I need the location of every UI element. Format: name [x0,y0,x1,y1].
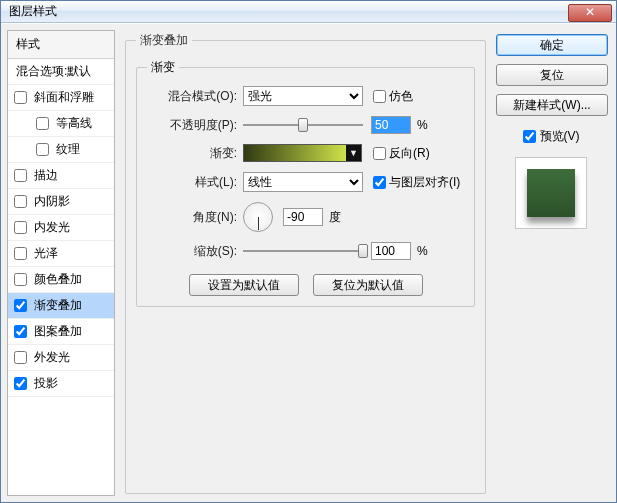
align-checkbox[interactable]: 与图层对齐(I) [373,174,460,191]
group-title: 渐变叠加 [136,32,192,49]
sidebar-header: 样式 [8,31,114,59]
gradient-overlay-group: 渐变叠加 渐变 混合模式(O): 强光 仿色 不透明度 [125,32,486,494]
preview-label: 预览(V) [540,128,580,145]
sidebar-item-label: 描边 [34,167,58,184]
sidebar-item-checkbox[interactable] [14,273,27,286]
opacity-label: 不透明度(P): [147,117,237,134]
dialog-body: 样式 混合选项:默认 斜面和浮雕等高线纹理描边内阴影内发光光泽颜色叠加渐变叠加图… [1,23,616,502]
sidebar-item-checkbox[interactable] [14,91,27,104]
sidebar-item[interactable]: 等高线 [8,111,114,137]
angle-input[interactable] [283,208,323,226]
restore-default-button[interactable]: 复位为默认值 [313,274,423,296]
window-title: 图层样式 [9,3,57,20]
right-column: 确定 复位 新建样式(W)... 预览(V) [492,24,616,502]
angle-label: 角度(N): [147,209,237,226]
opacity-slider[interactable] [243,116,363,134]
sidebar-item-checkbox[interactable] [36,117,49,130]
sidebar-item-checkbox[interactable] [14,377,27,390]
align-label: 与图层对齐(I) [389,174,460,191]
align-check-input[interactable] [373,176,386,189]
sidebar-item-label: 光泽 [34,245,58,262]
reverse-checkbox[interactable]: 反向(R) [373,145,430,162]
scale-input[interactable] [371,242,411,260]
sidebar-item-checkbox[interactable] [14,169,27,182]
preview-check-input[interactable] [523,130,536,143]
percent-sign: % [417,244,428,258]
preview-swatch [527,169,575,217]
scale-slider[interactable] [243,242,363,260]
set-default-button[interactable]: 设置为默认值 [189,274,299,296]
opacity-input[interactable] [371,116,411,134]
sidebar-item[interactable]: 描边 [8,163,114,189]
sidebar-item[interactable]: 内发光 [8,215,114,241]
reverse-label: 反向(R) [389,145,430,162]
sidebar-item-checkbox[interactable] [14,221,27,234]
dither-checkbox[interactable]: 仿色 [373,88,413,105]
close-icon: ✕ [585,5,595,19]
reset-button[interactable]: 复位 [496,64,608,86]
preview-checkbox[interactable]: 预览(V) [496,128,606,145]
sidebar-item-label: 渐变叠加 [34,297,82,314]
close-button[interactable]: ✕ [568,4,612,22]
reverse-check-input[interactable] [373,147,386,160]
angle-dial[interactable] [243,202,273,232]
sidebar-item[interactable]: 斜面和浮雕 [8,85,114,111]
sidebar-item-checkbox[interactable] [14,195,27,208]
sidebar-item-label: 纹理 [56,141,80,158]
dither-check-input[interactable] [373,90,386,103]
sidebar-item[interactable]: 外发光 [8,345,114,371]
sidebar-item[interactable]: 投影 [8,371,114,397]
style-label: 样式(L): [147,174,237,191]
percent-sign: % [417,118,428,132]
sidebar-item-label: 颜色叠加 [34,271,82,288]
sidebar-item-label: 斜面和浮雕 [34,89,94,106]
sidebar-item-checkbox[interactable] [14,351,27,364]
sidebar-item-label: 图案叠加 [34,323,82,340]
sidebar-item[interactable]: 颜色叠加 [8,267,114,293]
gradient-label: 渐变: [147,145,237,162]
titlebar[interactable]: 图层样式 ✕ [1,1,616,23]
preview-box [515,157,587,229]
scale-label: 缩放(S): [147,243,237,260]
sidebar-blend-options[interactable]: 混合选项:默认 [8,59,114,85]
sidebar-item-label: 内发光 [34,219,70,236]
layer-style-dialog: 图层样式 ✕ 样式 混合选项:默认 斜面和浮雕等高线纹理描边内阴影内发光光泽颜色… [0,0,617,503]
sidebar-item-label: 投影 [34,375,58,392]
sidebar-item-label: 混合选项:默认 [16,63,91,80]
sidebar-item[interactable]: 图案叠加 [8,319,114,345]
sidebar-item-checkbox[interactable] [14,247,27,260]
sidebar-item[interactable]: 光泽 [8,241,114,267]
sidebar-item-checkbox[interactable] [36,143,49,156]
sidebar-item-label: 等高线 [56,115,92,132]
gradient-swatch[interactable]: ▼ [243,144,347,162]
sidebar-item-checkbox[interactable] [14,299,27,312]
blend-mode-label: 混合模式(O): [147,88,237,105]
inner-title: 渐变 [147,59,179,76]
gradient-settings: 渐变 混合模式(O): 强光 仿色 不透明度(P): [136,59,475,307]
style-sidebar: 样式 混合选项:默认 斜面和浮雕等高线纹理描边内阴影内发光光泽颜色叠加渐变叠加图… [7,30,115,496]
sidebar-item[interactable]: 纹理 [8,137,114,163]
ok-button[interactable]: 确定 [496,34,608,56]
sidebar-item[interactable]: 渐变叠加 [8,293,114,319]
main-panel: 渐变叠加 渐变 混合模式(O): 强光 仿色 不透明度 [115,24,492,502]
angle-unit: 度 [329,209,341,226]
style-select[interactable]: 线性 [243,172,363,192]
sidebar-item-label: 内阴影 [34,193,70,210]
dither-label: 仿色 [389,88,413,105]
sidebar-item-checkbox[interactable] [14,325,27,338]
gradient-dropdown-icon[interactable]: ▼ [346,144,362,162]
sidebar-item-label: 外发光 [34,349,70,366]
new-style-button[interactable]: 新建样式(W)... [496,94,608,116]
sidebar-item[interactable]: 内阴影 [8,189,114,215]
blend-mode-select[interactable]: 强光 [243,86,363,106]
